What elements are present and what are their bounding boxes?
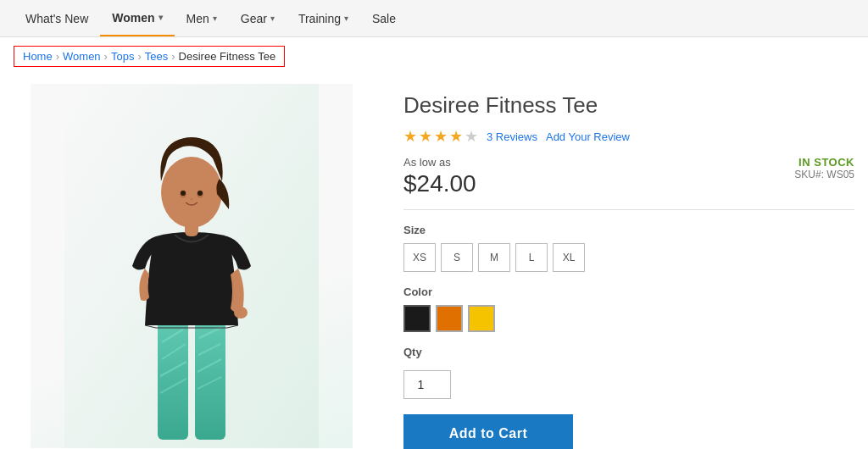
- breadcrumb-separator: ›: [104, 50, 108, 63]
- svg-point-17: [190, 198, 193, 201]
- breadcrumb-item[interactable]: Women: [63, 50, 101, 63]
- product-page: Desiree Fitness Tee ★ ★ ★ ★ ★ 3 Reviews …: [0, 75, 868, 449]
- nav-item-training[interactable]: Training ▾: [287, 0, 360, 36]
- breadcrumb-separator: ›: [137, 50, 141, 63]
- size-option-xs[interactable]: XS: [403, 243, 436, 272]
- add-to-cart-button[interactable]: Add to Cart: [403, 414, 573, 449]
- product-image-area: [14, 84, 370, 449]
- svg-rect-2: [195, 321, 225, 440]
- in-stock-label: IN STOCK: [794, 156, 854, 169]
- size-option-s[interactable]: S: [441, 243, 473, 272]
- star-2: ★: [419, 127, 432, 146]
- chevron-down-icon: ▾: [270, 14, 275, 23]
- color-swatches: [403, 305, 854, 332]
- nav-item-gear[interactable]: Gear ▾: [229, 0, 287, 36]
- nav-item-label: Women: [112, 11, 154, 25]
- svg-point-18: [234, 307, 248, 319]
- color-label: Color: [403, 285, 854, 298]
- qty-input[interactable]: [403, 370, 451, 399]
- nav-item-label: Gear: [241, 12, 267, 25]
- qty-section: Qty: [403, 346, 854, 399]
- star-5: ★: [465, 127, 478, 146]
- size-option-xl[interactable]: XL: [553, 243, 585, 272]
- price-display: $24.00: [403, 170, 476, 197]
- price-stock-row: As low as $24.00 IN STOCK SKU#: WS05: [403, 156, 854, 197]
- size-option-m[interactable]: M: [478, 243, 510, 272]
- size-buttons: XSSMLXL: [403, 243, 854, 272]
- breadcrumb-item[interactable]: Tees: [145, 50, 168, 63]
- chevron-down-icon: ▾: [344, 14, 348, 23]
- divider: [403, 209, 854, 210]
- svg-point-15: [181, 191, 186, 196]
- nav-item-label: What's New: [25, 12, 88, 25]
- nav-item-men[interactable]: Men ▾: [175, 0, 229, 36]
- main-navigation: What's NewWomen ▾Men ▾Gear ▾Training ▾Sa…: [0, 0, 868, 37]
- nav-item-whats-new[interactable]: What's New: [14, 0, 100, 36]
- star-4: ★: [449, 127, 463, 146]
- size-label: Size: [403, 224, 854, 236]
- svg-point-12: [161, 157, 222, 228]
- sku-display: SKU#: WS05: [794, 169, 854, 180]
- add-review-link[interactable]: Add Your Review: [546, 130, 630, 143]
- chevron-down-icon: ▾: [213, 14, 217, 23]
- qty-label: Qty: [403, 346, 854, 358]
- star-1: ★: [403, 127, 417, 146]
- price-area: As low as $24.00: [403, 156, 476, 197]
- nav-item-sale[interactable]: Sale: [360, 0, 408, 36]
- breadcrumb-item: Desiree Fitness Tee: [179, 50, 276, 63]
- as-low-as-label: As low as: [403, 156, 476, 169]
- star-3: ★: [434, 127, 448, 146]
- color-swatch-black[interactable]: [403, 305, 431, 332]
- product-figure-svg: [56, 84, 327, 448]
- reviews-link[interactable]: 3 Reviews: [487, 130, 537, 143]
- stock-area: IN STOCK SKU#: WS05: [794, 156, 854, 180]
- color-swatch-orange[interactable]: [436, 305, 463, 332]
- chevron-down-icon: ▾: [159, 13, 163, 22]
- breadcrumb-separator: ›: [171, 50, 175, 63]
- rating-row: ★ ★ ★ ★ ★ 3 Reviews Add Your Review: [403, 127, 854, 146]
- sku-value: WS05: [826, 169, 854, 180]
- breadcrumb: Home›Women›Tops›Tees›Desiree Fitness Tee: [14, 46, 285, 67]
- svg-point-16: [198, 191, 203, 196]
- breadcrumb-separator: ›: [56, 50, 59, 63]
- breadcrumb-item[interactable]: Home: [23, 50, 53, 63]
- size-option-l[interactable]: L: [515, 243, 548, 272]
- nav-item-label: Sale: [372, 12, 396, 25]
- nav-item-women[interactable]: Women ▾: [100, 0, 174, 36]
- nav-item-label: Training: [298, 12, 341, 25]
- product-details: Desiree Fitness Tee ★ ★ ★ ★ ★ 3 Reviews …: [403, 84, 854, 449]
- breadcrumb-item[interactable]: Tops: [111, 50, 134, 63]
- product-image: [31, 84, 353, 448]
- breadcrumb-bar: Home›Women›Tops›Tees›Desiree Fitness Tee: [0, 37, 868, 75]
- color-swatch-yellow[interactable]: [468, 305, 495, 332]
- star-rating: ★ ★ ★ ★ ★: [403, 127, 478, 146]
- nav-item-label: Men: [186, 12, 209, 25]
- sku-label: SKU#:: [794, 169, 826, 180]
- product-title: Desiree Fitness Tee: [403, 92, 854, 119]
